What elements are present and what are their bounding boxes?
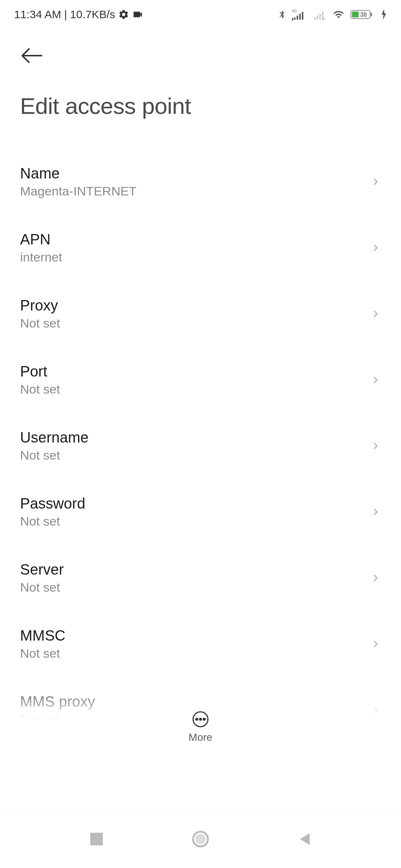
item-value: Not set <box>20 382 371 397</box>
svg-text:38: 38 <box>360 11 367 18</box>
item-label: MMS proxy <box>20 693 371 710</box>
item-value: Magenta-INTERNET <box>20 184 371 198</box>
status-left: 11:34 AM | 10.7KB/s <box>14 8 143 21</box>
chevron-right-icon <box>371 573 381 583</box>
svg-text:✕: ✕ <box>322 16 326 20</box>
item-value: Not set <box>20 646 371 661</box>
svg-rect-4 <box>302 12 303 20</box>
item-label: MMSC <box>20 627 371 644</box>
chevron-right-icon <box>371 309 381 319</box>
settings-list: Name Magenta-INTERNET APN internet Proxy… <box>0 149 401 743</box>
item-value: Not set <box>20 448 371 463</box>
svg-point-16 <box>196 719 198 720</box>
item-label: Port <box>20 363 371 380</box>
setting-username[interactable]: Username Not set <box>20 413 381 479</box>
item-label: Username <box>20 429 371 446</box>
chevron-right-icon <box>371 177 381 187</box>
item-label: Server <box>20 561 371 578</box>
svg-rect-6 <box>317 16 318 20</box>
item-value: Not set <box>20 316 371 331</box>
bluetooth-icon <box>278 9 287 20</box>
item-value: Not set <box>20 580 371 595</box>
bottom-toolbar: More <box>0 711 401 751</box>
svg-rect-5 <box>314 17 316 20</box>
back-nav-button[interactable] <box>293 828 316 850</box>
back-button[interactable] <box>20 41 50 70</box>
signal-4g-icon: 4G <box>292 9 307 20</box>
status-separator: | <box>64 8 67 21</box>
svg-rect-3 <box>299 14 301 20</box>
recents-button[interactable] <box>85 828 108 850</box>
item-value: Not set <box>20 514 371 529</box>
gear-icon <box>118 9 129 20</box>
battery-icon: 38 <box>351 9 376 20</box>
setting-apn[interactable]: APN internet <box>20 215 381 281</box>
chevron-right-icon <box>371 441 381 451</box>
home-button[interactable] <box>189 828 212 850</box>
status-right: 4G ✕ 38 <box>278 9 387 20</box>
setting-server[interactable]: Server Not set <box>20 545 381 611</box>
more-icon <box>192 711 209 728</box>
setting-mmsc[interactable]: MMSC Not set <box>20 611 381 677</box>
setting-port[interactable]: Port Not set <box>20 347 381 413</box>
more-label: More <box>189 731 212 743</box>
setting-name[interactable]: Name Magenta-INTERNET <box>20 149 381 215</box>
setting-proxy[interactable]: Proxy Not set <box>20 281 381 347</box>
chevron-right-icon <box>371 507 381 517</box>
svg-point-17 <box>199 719 201 720</box>
page-title: Edit access point <box>20 93 381 119</box>
setting-password[interactable]: Password Not set <box>20 479 381 545</box>
item-value: internet <box>20 250 371 264</box>
svg-point-21 <box>195 834 206 844</box>
svg-rect-12 <box>352 11 359 17</box>
svg-rect-2 <box>297 16 298 20</box>
chevron-right-icon <box>371 639 381 649</box>
status-bar: 11:34 AM | 10.7KB/s 4G <box>0 0 401 27</box>
svg-text:4G: 4G <box>292 9 297 13</box>
charging-icon <box>381 9 387 20</box>
item-label: Proxy <box>20 297 371 314</box>
svg-rect-19 <box>90 833 103 845</box>
chevron-right-icon <box>371 243 381 253</box>
signal-nosim-icon: ✕ <box>312 9 327 20</box>
svg-rect-7 <box>319 14 321 20</box>
content-area: Edit access point Name Magenta-INTERNET … <box>0 27 401 809</box>
item-label: Name <box>20 165 371 182</box>
svg-rect-1 <box>294 17 296 20</box>
status-time: 11:34 AM <box>14 8 61 21</box>
wifi-icon <box>332 9 345 20</box>
chevron-right-icon <box>371 375 381 385</box>
video-icon <box>132 9 143 20</box>
item-label: APN <box>20 231 371 248</box>
status-data-rate: 10.7KB/s <box>70 8 115 21</box>
svg-point-18 <box>203 719 205 720</box>
more-button[interactable]: More <box>189 711 212 743</box>
header: Edit access point <box>0 27 401 119</box>
item-label: Password <box>20 495 371 512</box>
svg-rect-11 <box>371 13 372 16</box>
android-nav-bar <box>0 809 401 868</box>
